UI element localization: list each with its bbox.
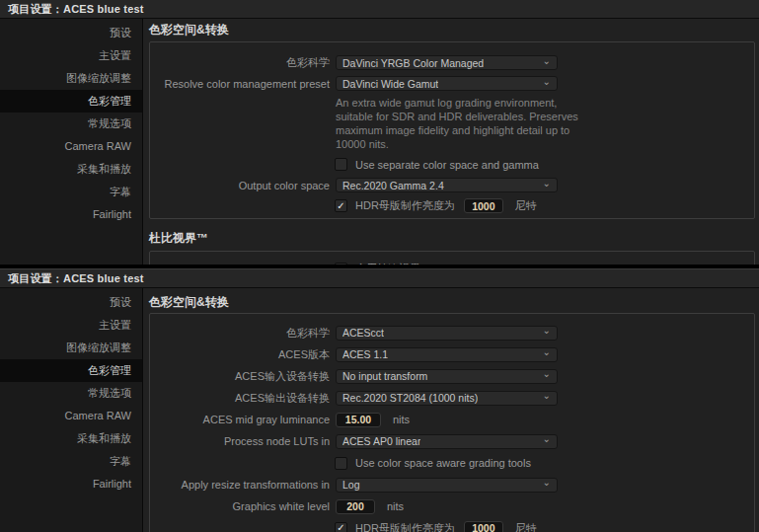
section-title-dolby-vision: 杜比视界™ — [149, 228, 755, 248]
graphics-white-input[interactable] — [336, 499, 375, 514]
output-colorspace-dropdown[interactable]: Rec.2020 Gamma 2.4 ⌄ — [336, 178, 558, 192]
sidebar-item-camera-raw[interactable]: Camera RAW — [0, 135, 142, 158]
sidebar-item-master-settings[interactable]: 主设置 — [0, 314, 142, 337]
sidebar-item-general-options[interactable]: 常规选项 — [0, 382, 142, 405]
dropdown-value: DaVinci Wide Gamut — [342, 78, 438, 90]
setting-row: Graphics white level nits — [150, 495, 754, 517]
window-title: 项目设置：ACES blue test — [8, 271, 144, 286]
setting-row: Output color space Rec.2020 Gamma 2.4 ⌄ — [150, 175, 754, 195]
separate-colorspace-checkbox[interactable] — [335, 158, 347, 171]
chevron-down-icon: ⌄ — [543, 349, 551, 354]
project-settings-window-bottom: 项目设置：ACES blue test 预设 主设置 图像缩放调整 色彩管理 常… — [0, 268, 759, 532]
hdr-mastering-label: HDR母版制作亮度为 — [355, 198, 455, 213]
dropdown-value: Rec.2020 Gamma 2.4 — [342, 180, 444, 191]
settings-main-panel: 色彩空间&转换 色彩科学 DaVinci YRGB Color Managed … — [143, 19, 759, 265]
dropdown-value: Log — [342, 479, 360, 491]
aces-version-label: ACES版本 — [150, 347, 330, 362]
hdr-mastering-checkbox[interactable]: ✓ — [335, 522, 347, 532]
sidebar-item-image-scaling[interactable]: 图像缩放调整 — [0, 337, 142, 359]
setting-row: ACES mid gray luminance nits — [150, 409, 754, 430]
setting-row: Process node LUTs in ACES AP0 linear ⌄ — [150, 430, 754, 452]
checkbox-label: Use color space aware grading tools — [355, 457, 531, 469]
settings-main-panel: 色彩空间&转换 色彩科学 ACEScct ⌄ ACES版本 ACES 1.1 ⌄ — [143, 288, 759, 532]
lut-processing-label: Process node LUTs in — [150, 435, 330, 447]
color-science-dropdown[interactable]: DaVinci YRGB Color Managed ⌄ — [336, 55, 558, 70]
resize-transform-label: Apply resize transformations in — [150, 479, 330, 491]
chevron-down-icon: ⌄ — [543, 371, 551, 376]
setting-row: Apply resize transformations in Log ⌄ — [150, 474, 754, 495]
chevron-down-icon: ⌄ — [543, 181, 551, 186]
rcm-preset-dropdown[interactable]: DaVinci Wide Gamut ⌄ — [336, 76, 558, 91]
hdr-mastering-label: HDR母版制作亮度为 — [355, 521, 455, 532]
chevron-down-icon: ⌄ — [543, 480, 551, 485]
hdr-mastering-checkbox[interactable]: ✓ — [335, 199, 347, 212]
color-space-groupbox: 色彩科学 ACEScct ⌄ ACES版本 ACES 1.1 ⌄ ACES输入设… — [149, 313, 755, 532]
window-title: 项目设置：ACES blue test — [8, 2, 144, 17]
aces-output-transform-dropdown[interactable]: Rec.2020 ST2084 (1000 nits) ⌄ — [336, 391, 558, 406]
mid-gray-label: ACES mid gray luminance — [150, 414, 330, 425]
dropdown-value: No input transform — [342, 370, 427, 382]
window-body: 预设 主设置 图像缩放调整 色彩管理 常规选项 Camera RAW 采集和播放… — [0, 288, 759, 532]
sidebar-item-capture-playback[interactable]: 采集和播放 — [0, 427, 142, 450]
sidebar-item-image-scaling[interactable]: 图像缩放调整 — [0, 67, 142, 90]
setting-row: Resolve color management preset DaVinci … — [150, 73, 754, 94]
colorspace-aware-checkbox[interactable] — [335, 457, 347, 470]
color-science-label: 色彩科学 — [150, 326, 330, 341]
settings-sidebar: 预设 主设置 图像缩放调整 色彩管理 常规选项 Camera RAW 采集和播放… — [0, 288, 143, 532]
sidebar-item-presets[interactable]: 预设 — [0, 22, 142, 44]
setting-row: 启用杜比视界 — [335, 259, 754, 265]
sidebar-item-subtitles[interactable]: 字幕 — [0, 450, 142, 473]
dropdown-value: ACEScct — [342, 327, 384, 339]
chevron-down-icon: ⌄ — [543, 58, 551, 63]
sidebar-item-camera-raw[interactable]: Camera RAW — [0, 405, 142, 427]
window-body: 预设 主设置 图像缩放调整 色彩管理 常规选项 Camera RAW 采集和播放… — [0, 19, 759, 265]
sidebar-item-fairlight[interactable]: Fairlight — [0, 203, 142, 226]
aces-input-transform-dropdown[interactable]: No input transform ⌄ — [336, 369, 558, 384]
sidebar-item-capture-playback[interactable]: 采集和播放 — [0, 158, 142, 181]
lut-processing-dropdown[interactable]: ACES AP0 linear ⌄ — [336, 434, 558, 449]
output-colorspace-label: Output color space — [150, 180, 330, 191]
section-title-color-space: 色彩空间&转换 — [149, 19, 755, 41]
mid-gray-input[interactable] — [336, 413, 381, 427]
sidebar-item-fairlight[interactable]: Fairlight — [0, 473, 142, 495]
project-settings-window-top: 项目设置：ACES blue test 预设 主设置 图像缩放调整 色彩管理 常… — [0, 0, 759, 265]
sidebar-item-presets[interactable]: 预设 — [0, 291, 142, 314]
setting-row: 色彩科学 ACEScct ⌄ — [150, 322, 754, 343]
graphics-white-suffix: nits — [387, 500, 404, 512]
window-title-bar: 项目设置：ACES blue test — [0, 0, 759, 19]
mid-gray-suffix: nits — [393, 414, 410, 425]
aces-version-dropdown[interactable]: ACES 1.1 ⌄ — [336, 347, 558, 362]
chevron-down-icon: ⌄ — [543, 393, 551, 398]
dropdown-value: ACES 1.1 — [342, 348, 388, 360]
setting-row: ACES版本 ACES 1.1 ⌄ — [150, 343, 754, 365]
setting-row: ACES输出设备转换 Rec.2020 ST2084 (1000 nits) ⌄ — [150, 387, 754, 409]
hdr-nits-input[interactable] — [464, 198, 503, 213]
checkbox-label: Use separate color space and gamma — [355, 159, 539, 171]
setting-row: ACES输入设备转换 No input transform ⌄ — [150, 365, 754, 387]
sidebar-item-color-management[interactable]: 色彩管理 — [0, 359, 142, 382]
sidebar-item-color-management[interactable]: 色彩管理 — [0, 90, 142, 113]
dropdown-value: ACES AP0 linear — [342, 435, 420, 447]
rcm-preset-label: Resolve color management preset — [150, 78, 330, 90]
preset-description: An extra wide gamut log grading environm… — [336, 96, 582, 151]
sidebar-item-general-options[interactable]: 常规选项 — [0, 113, 142, 135]
sidebar-item-master-settings[interactable]: 主设置 — [0, 44, 142, 67]
resize-transform-dropdown[interactable]: Log ⌄ — [336, 478, 558, 493]
setting-row: 色彩科学 DaVinci YRGB Color Managed ⌄ — [150, 52, 754, 73]
aces-output-transform-label: ACES输出设备转换 — [150, 391, 330, 406]
setting-row: Use separate color space and gamma — [335, 154, 754, 175]
checkbox-label: 启用杜比视界 — [355, 262, 420, 265]
sidebar-item-subtitles[interactable]: 字幕 — [0, 181, 142, 203]
chevron-down-icon: ⌄ — [543, 436, 551, 441]
dropdown-value: Rec.2020 ST2084 (1000 nits) — [342, 392, 478, 404]
dropdown-value: DaVinci YRGB Color Managed — [342, 57, 484, 69]
enable-dolby-vision-checkbox[interactable] — [335, 263, 347, 265]
chevron-down-icon: ⌄ — [543, 79, 551, 84]
hdr-nits-input[interactable] — [464, 521, 503, 532]
aces-input-transform-label: ACES输入设备转换 — [150, 369, 330, 384]
color-space-groupbox: 色彩科学 DaVinci YRGB Color Managed ⌄ Resolv… — [149, 41, 755, 219]
color-science-dropdown[interactable]: ACEScct ⌄ — [336, 326, 558, 341]
check-icon: ✓ — [337, 201, 344, 211]
color-science-label: 色彩科学 — [150, 55, 330, 70]
section-title-color-space: 色彩空间&转换 — [149, 291, 755, 313]
